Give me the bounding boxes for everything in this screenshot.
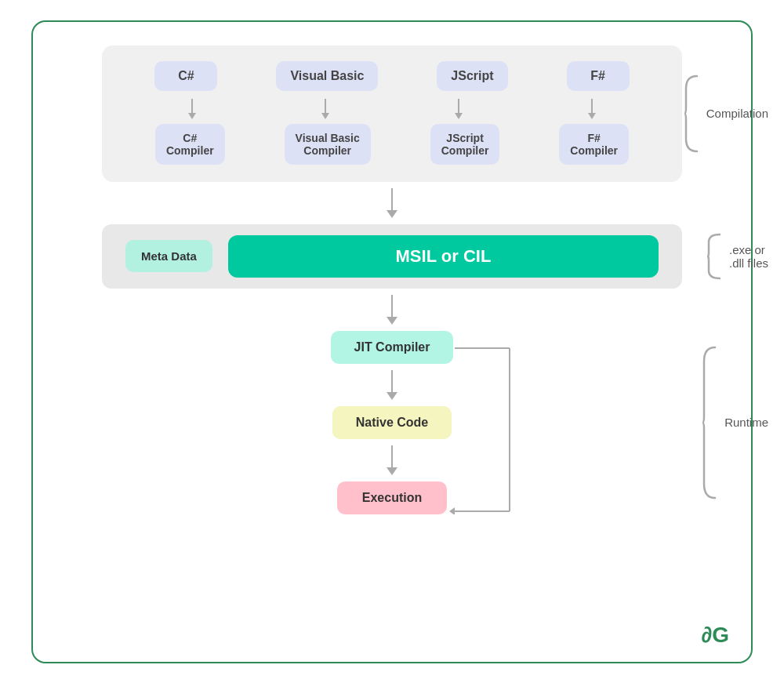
meta-data-box: Meta Data [125,240,212,272]
language-row: C# Visual Basic JScript F# [125,61,659,91]
arrow-jscript [427,99,490,119]
lang-csharp: C# [154,61,217,91]
exe-dll-brace: .exe or.dll files [706,233,768,280]
compilation-section: C# Visual Basic JScript F# C#Compiler Vi… [102,45,682,182]
compiler-vb: Visual BasicCompiler [285,124,371,165]
native-to-execution-arrow [387,445,397,475]
runtime-label: Runtime [724,416,768,429]
feedback-arrow-svg [447,331,517,514]
compilation-brace: Compilation [683,74,768,153]
runtime-brace: Runtime [701,344,768,501]
arrow-fsharp [561,99,623,119]
msil-section: Meta Data MSIL or CIL [102,224,682,289]
msil-to-jit-arrow [387,295,397,325]
svg-marker-3 [449,507,455,514]
compilation-brace-svg [683,74,700,153]
compiler-csharp: C#Compiler [155,124,225,165]
jit-to-native-arrow [387,370,397,400]
exe-dll-label: .exe or.dll files [729,243,768,270]
compilation-label: Compilation [706,107,768,120]
jit-box: JIT Compiler [331,331,454,364]
lang-jscript: JScript [437,61,507,91]
exe-dll-brace-svg [706,233,723,280]
compilation-to-msil-arrow [387,188,397,218]
gfg-logo: ∂G [701,623,729,648]
msil-box: MSIL or CIL [228,235,659,278]
lang-vb: Visual Basic [276,61,378,91]
execution-box: Execution [337,481,447,514]
compiler-fsharp: F#Compiler [559,124,629,165]
lang-arrows [125,99,659,119]
runtime-brace-svg [701,344,718,501]
compiler-jscript: JScriptCompiler [430,124,500,165]
diagram-container: C# Visual Basic JScript F# C#Compiler Vi… [31,20,753,663]
native-code-box: Native Code [332,406,452,439]
runtime-section: JIT Compiler Native Code Execution [102,331,682,514]
arrow-csharp [161,99,223,119]
arrow-vb [294,99,357,119]
lang-fsharp: F# [567,61,630,91]
compiler-row: C#Compiler Visual BasicCompiler JScriptC… [125,124,659,165]
